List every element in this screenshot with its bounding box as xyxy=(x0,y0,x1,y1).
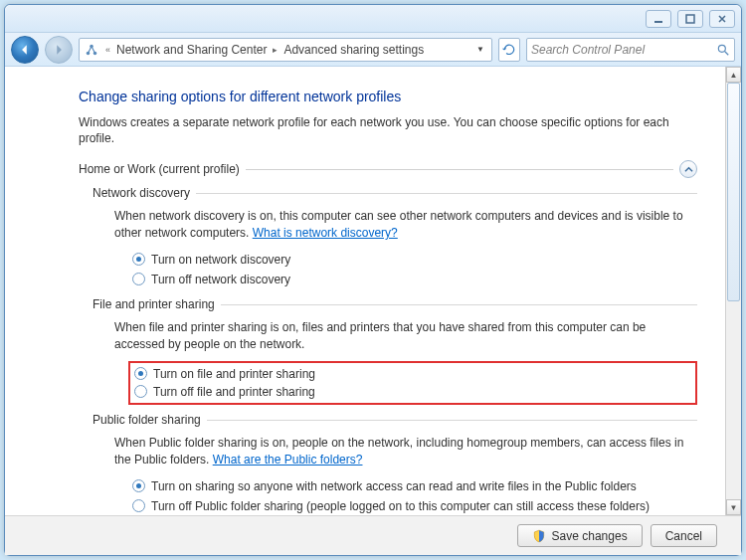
subsection-desc: When file and printer sharing is on, fil… xyxy=(114,319,697,353)
search-icon xyxy=(716,43,730,57)
page-intro: Windows creates a separate network profi… xyxy=(79,114,697,146)
network-discovery-radios: Turn on network discovery Turn off netwo… xyxy=(132,250,697,289)
search-placeholder: Search Control Panel xyxy=(531,43,645,57)
cancel-button[interactable]: Cancel xyxy=(651,524,717,547)
scroll-up-button[interactable]: ▲ xyxy=(726,67,741,83)
radio-option: Turn off network discovery xyxy=(132,270,697,289)
divider xyxy=(221,304,697,305)
shield-icon xyxy=(532,529,546,543)
public-folder-sharing-section: Public folder sharing When Public folder… xyxy=(93,413,697,515)
navigation-bar: « Network and Sharing Center ▸ Advanced … xyxy=(5,33,741,67)
scroll-track[interactable] xyxy=(726,83,741,499)
scroll-down-button[interactable]: ▼ xyxy=(726,499,741,515)
radio-file-printer-sharing-off[interactable] xyxy=(134,385,147,398)
radio-option: Turn off Public folder sharing (people l… xyxy=(132,496,697,515)
divider xyxy=(246,169,673,170)
file-printer-sharing-section: File and printer sharing When file and p… xyxy=(93,297,697,405)
svg-rect-1 xyxy=(686,15,694,23)
radio-option: Turn on file and printer sharing xyxy=(134,365,691,383)
chevron-left-icon: « xyxy=(103,45,112,55)
radio-label: Turn on sharing so anyone with network a… xyxy=(151,478,637,494)
radio-label: Turn off file and printer sharing xyxy=(153,384,315,400)
what-is-network-discovery-link[interactable]: What is network discovery? xyxy=(253,226,398,240)
subsection-header: Public folder sharing xyxy=(93,413,697,427)
profile-header: Home or Work (current profile) xyxy=(79,160,697,178)
address-dropdown[interactable]: ▼ xyxy=(473,45,487,54)
search-input[interactable]: Search Control Panel xyxy=(526,38,735,62)
radio-file-printer-sharing-on[interactable] xyxy=(134,367,147,380)
forward-button[interactable] xyxy=(45,36,73,64)
maximize-button[interactable] xyxy=(677,10,703,28)
chevron-right-icon: ▸ xyxy=(271,45,280,55)
svg-rect-0 xyxy=(654,21,662,23)
svg-point-5 xyxy=(718,45,725,52)
public-folder-radios: Turn on sharing so anyone with network a… xyxy=(132,476,697,515)
titlebar xyxy=(5,5,741,33)
divider xyxy=(196,193,697,194)
subsection-title: Network discovery xyxy=(93,186,190,200)
minimize-button[interactable] xyxy=(646,10,671,28)
window-controls xyxy=(646,10,735,28)
vertical-scrollbar[interactable]: ▲ ▼ xyxy=(725,67,741,515)
address-bar[interactable]: « Network and Sharing Center ▸ Advanced … xyxy=(79,38,492,62)
radio-network-discovery-off[interactable] xyxy=(132,273,145,285)
breadcrumb-item[interactable]: Advanced sharing settings xyxy=(283,43,424,57)
content: Change sharing options for different net… xyxy=(5,67,725,515)
radio-label: Turn off Public folder sharing (people l… xyxy=(151,498,650,514)
highlighted-options: Turn on file and printer sharing Turn of… xyxy=(128,361,697,405)
arrow-right-icon xyxy=(52,43,66,57)
collapse-button[interactable] xyxy=(679,160,697,178)
close-button[interactable] xyxy=(709,10,735,28)
subsection-title: File and printer sharing xyxy=(93,297,215,311)
back-button[interactable] xyxy=(11,36,39,64)
radio-label: Turn on network discovery xyxy=(151,252,290,268)
page-title: Change sharing options for different net… xyxy=(79,89,697,104)
radio-public-folder-on[interactable] xyxy=(132,479,145,492)
network-discovery-section: Network discovery When network discovery… xyxy=(93,186,697,289)
radio-option: Turn off file and printer sharing xyxy=(134,383,691,401)
subsection-header: File and printer sharing xyxy=(93,297,697,311)
breadcrumb-item[interactable]: Network and Sharing Center xyxy=(116,43,267,57)
divider xyxy=(207,420,697,421)
save-changes-button[interactable]: Save changes xyxy=(517,524,643,547)
subsection-desc: When network discovery is on, this compu… xyxy=(114,208,697,242)
subsection-header: Network discovery xyxy=(93,186,697,200)
footer: Save changes Cancel xyxy=(5,515,741,555)
subsection-title: Public folder sharing xyxy=(93,413,201,427)
radio-label: Turn off network discovery xyxy=(151,272,290,287)
chevron-up-icon xyxy=(684,165,693,174)
radio-network-discovery-on[interactable] xyxy=(132,253,145,266)
radio-option: Turn on sharing so anyone with network a… xyxy=(132,476,697,496)
radio-public-folder-off[interactable] xyxy=(132,499,145,512)
button-label: Cancel xyxy=(665,529,702,543)
subsection-desc: When Public folder sharing is on, people… xyxy=(114,435,697,468)
radio-option: Turn on network discovery xyxy=(132,250,697,270)
window-frame: « Network and Sharing Center ▸ Advanced … xyxy=(4,4,742,556)
refresh-icon xyxy=(502,43,516,57)
network-icon xyxy=(84,42,99,58)
scroll-thumb[interactable] xyxy=(727,83,740,301)
radio-label: Turn on file and printer sharing xyxy=(153,366,315,382)
arrow-left-icon xyxy=(18,43,32,57)
profile-label: Home or Work (current profile) xyxy=(79,162,240,176)
button-label: Save changes xyxy=(552,529,628,543)
content-area: Change sharing options for different net… xyxy=(5,67,741,515)
refresh-button[interactable] xyxy=(498,38,520,62)
what-are-public-folders-link[interactable]: What are the Public folders? xyxy=(213,453,363,467)
